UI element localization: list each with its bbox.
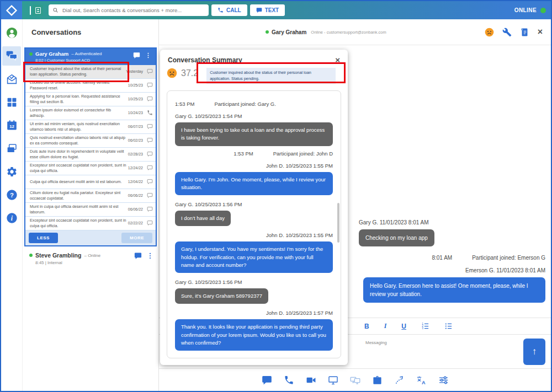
chat-icon[interactable] [134,252,142,260]
dual-monitor-icon [350,375,360,385]
script-icon[interactable] [520,28,529,37]
person-arrow-icon [394,375,405,385]
close-icon[interactable]: × [335,56,340,64]
windows-icon [6,143,18,154]
history-item[interactable]: Customer inquired about the status of th… [25,65,156,79]
app-window: CALL TEXT ONLINE 12?i Conversations Gary… [0,0,552,392]
conversations-panel: Conversations Gary Graham – Authenticate… [22,19,159,391]
escalate-button[interactable] [394,375,405,385]
send-button[interactable]: ↑ [523,339,545,365]
history-item[interactable]: Excepteur sint occaecat cupidatat non pr… [25,162,156,175]
sidebar-item-windows[interactable] [2,139,21,158]
history-item[interactable]: Cillum dolore eu fugiat nulla pariatur. … [25,189,156,203]
history-summary: Excepteur sint occaecat cupidatat non pr… [30,163,128,173]
bold-button[interactable]: B [364,323,369,330]
less-button[interactable]: LESS [29,233,58,243]
translate-icon: A [416,375,427,385]
sidebar-item-info[interactable]: i [2,208,21,228]
underline-button[interactable]: U [401,323,406,330]
message-sender-label: Gary G. 10/25/2023 1:56 PM [175,201,333,207]
message-row: I don't have all day [175,211,333,226]
italic-button[interactable]: I [384,322,387,330]
wrench-icon[interactable] [502,28,512,37]
history-item[interactable]: Munt in culpa qui officia deserunt molli… [25,203,156,217]
sidebar-item-settings[interactable] [2,162,21,181]
bullet-list-button[interactable] [444,322,453,330]
conversation-list-item[interactable]: Steve Grambling – Online 8:45 | Internal [23,246,158,270]
agent-status[interactable]: ONLINE [514,7,546,13]
message-row: Hello Gary. Emerson here to assist! One … [359,277,545,303]
ordered-list-button[interactable]: 123 [421,322,429,330]
more-options-icon[interactable] [146,252,154,260]
more-options-icon[interactable] [145,52,152,59]
sidebar-item-conversations[interactable] [2,46,21,66]
global-search[interactable] [49,4,209,16]
message-bubble: I have been trying to take out a loan an… [175,122,333,146]
contacts-book-button[interactable] [33,5,43,15]
history-item[interactable]: Excepteur sint occaecat cupidatat non pr… [25,217,156,230]
chat-outline-icon [147,151,153,157]
call-button[interactable] [284,375,294,385]
history-item[interactable]: Lorem ipsum dolor euismod et consectetur… [25,106,156,120]
svg-text:A: A [421,379,425,385]
calendar-icon: 12 [6,120,18,131]
conversation-meta: 8:02 | Customer Support ACD [35,58,133,63]
text-button[interactable]: TEXT [250,4,285,16]
sliders-icon [438,375,449,385]
chat-icon[interactable] [133,52,140,59]
multi-monitor-button[interactable] [350,375,360,385]
history-item[interactable]: Duis aute irure dolor in reprehenderit i… [25,148,156,162]
search-input[interactable] [61,7,205,14]
chat-contact-status: Online - customersupport@zonbank.com [311,30,386,35]
chat-button[interactable] [262,375,272,385]
chat-outline-icon [147,206,153,212]
history-item[interactable]: Locked out of online account. Identity v… [25,79,156,93]
phone-icon [217,7,224,13]
message-input[interactable] [364,339,518,364]
history-summary: Locked out of online account. Identity v… [30,80,128,90]
message-row: Hello Gary. I'm John. One moment, please… [175,172,333,196]
sentiment-emoji-icon[interactable] [485,28,494,37]
history-date: 12/04/22 [128,180,143,184]
translate-button[interactable]: A [416,375,427,385]
message-sender-label: Gary G. 11/01/2023 8:01 AM [359,219,545,225]
info-icon: i [6,212,18,224]
history-item[interactable]: Ut enim ad minim veniam, quis nostrud ex… [25,120,156,134]
summary-title: Conversation Summary [168,56,242,64]
sidebar-item-profile[interactable] [2,23,21,42]
svg-text:?: ? [10,192,14,198]
close-icon[interactable]: × [538,28,543,36]
more-button[interactable]: MORE [121,233,152,243]
history-item[interactable]: Culpa qui officia deserunt mollit anim i… [25,175,156,189]
call-button[interactable]: CALL [211,4,247,16]
scrollbar-thumb[interactable] [337,203,339,243]
sidebar-item-apps-grid[interactable] [2,93,21,112]
bottom-toolbar: A [159,368,551,391]
sidebar-item-help[interactable]: ? [2,185,21,205]
history-date: 10/24/23 [128,111,143,115]
message-row: Gary, I understand. You have my sentimen… [175,241,333,273]
sidebar-item-inbox-check[interactable] [2,69,21,89]
screen-share-button[interactable] [328,375,338,385]
history-date: 06/06/22 [128,194,143,197]
history-item[interactable]: Quis nostrud exercitation ullamco labori… [25,134,156,148]
contact-name: Gary Graham [35,51,68,57]
active-conversation-header[interactable]: Gary Graham – Authenticated 8:02 | Custo… [25,49,156,65]
envelope-check-icon [6,73,18,85]
video-button[interactable] [306,375,316,385]
chat-bubbles-icon [6,50,18,62]
toolbox-button[interactable] [372,375,383,385]
sidebar-item-calendar[interactable]: 12 [2,116,21,135]
history-summary: Lorem ipsum dolor euismod et consectetur… [30,108,128,118]
history-date: 02/22/22 [128,221,143,225]
summary-transcript: 1:53 PMParticipant joined: Gary G.Gary G… [167,90,341,358]
chat-outline-icon [147,192,153,198]
preferences-button[interactable] [438,375,449,385]
chat-filled-icon [262,375,272,385]
grid-icon [6,96,18,108]
diamond-logo-icon [6,4,18,17]
user-avatar-icon [6,27,18,39]
topbar-divider [30,6,31,15]
summary-text: Customer inquired about the status of th… [206,68,336,84]
history-item[interactable]: Applying for a personal loan. Requested … [25,93,156,106]
